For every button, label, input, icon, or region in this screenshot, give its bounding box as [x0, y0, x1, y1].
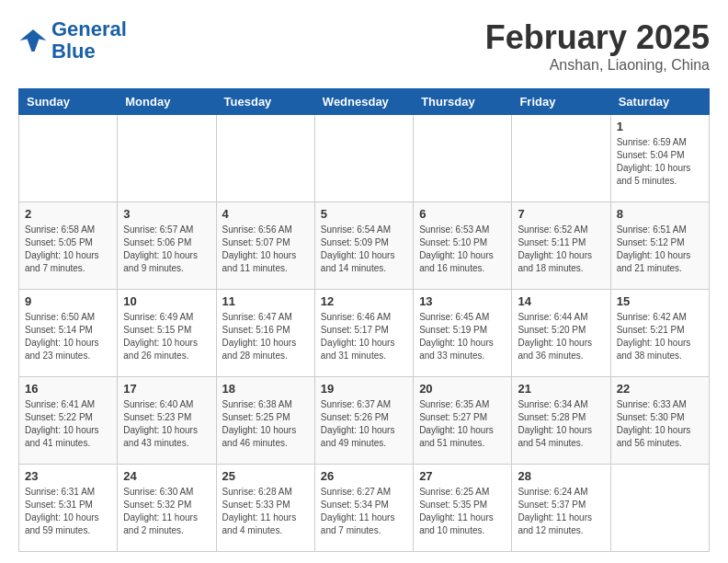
day-number: 21 — [518, 382, 604, 396]
day-info: Sunrise: 6:27 AM Sunset: 5:34 PM Dayligh… — [321, 486, 407, 537]
day-number: 4 — [222, 207, 309, 221]
logo-blue: Blue — [51, 40, 96, 63]
title-area: February 2025 Anshan, Liaoning, China — [485, 18, 710, 74]
day-info: Sunrise: 6:28 AM Sunset: 5:33 PM Dayligh… — [222, 486, 309, 537]
day-info: Sunrise: 6:30 AM Sunset: 5:32 PM Dayligh… — [123, 486, 210, 537]
calendar-day-cell: 1Sunrise: 6:59 AM Sunset: 5:04 PM Daylig… — [610, 115, 709, 202]
day-info: Sunrise: 6:31 AM Sunset: 5:31 PM Dayligh… — [25, 486, 111, 537]
day-number: 17 — [123, 382, 210, 396]
day-info: Sunrise: 6:57 AM Sunset: 5:06 PM Dayligh… — [123, 224, 210, 275]
day-info: Sunrise: 6:25 AM Sunset: 5:35 PM Dayligh… — [419, 486, 506, 537]
weekday-header: Friday — [512, 89, 610, 115]
day-info: Sunrise: 6:47 AM Sunset: 5:16 PM Dayligh… — [222, 311, 309, 362]
logo: General Blue — [18, 18, 127, 63]
day-number: 6 — [419, 207, 506, 221]
calendar-day-cell: 15Sunrise: 6:42 AM Sunset: 5:21 PM Dayli… — [610, 290, 709, 377]
calendar-day-cell: 9Sunrise: 6:50 AM Sunset: 5:14 PM Daylig… — [19, 290, 118, 377]
day-number: 20 — [419, 382, 506, 396]
day-info: Sunrise: 6:40 AM Sunset: 5:23 PM Dayligh… — [123, 398, 210, 450]
day-number: 8 — [617, 207, 703, 221]
weekday-header: Thursday — [414, 89, 512, 115]
calendar-day-cell: 2Sunrise: 6:58 AM Sunset: 5:05 PM Daylig… — [19, 202, 118, 290]
calendar-week-row: 23Sunrise: 6:31 AM Sunset: 5:31 PM Dayli… — [19, 465, 710, 552]
day-number: 22 — [617, 382, 703, 396]
calendar-title: February 2025 — [485, 18, 710, 57]
day-number: 26 — [321, 469, 407, 483]
weekday-header: Saturday — [610, 89, 709, 115]
day-info: Sunrise: 6:53 AM Sunset: 5:10 PM Dayligh… — [419, 224, 506, 275]
calendar-week-row: 9Sunrise: 6:50 AM Sunset: 5:14 PM Daylig… — [19, 290, 710, 377]
calendar-day-cell: 11Sunrise: 6:47 AM Sunset: 5:16 PM Dayli… — [216, 290, 314, 377]
day-info: Sunrise: 6:51 AM Sunset: 5:12 PM Dayligh… — [617, 224, 703, 275]
calendar-day-cell — [610, 465, 709, 552]
calendar-day-cell — [19, 115, 118, 202]
calendar-day-cell — [414, 115, 512, 202]
day-info: Sunrise: 6:34 AM Sunset: 5:28 PM Dayligh… — [518, 398, 604, 450]
day-info: Sunrise: 6:59 AM Sunset: 5:04 PM Dayligh… — [617, 136, 703, 188]
day-number: 13 — [419, 294, 506, 308]
calendar-day-cell: 24Sunrise: 6:30 AM Sunset: 5:32 PM Dayli… — [118, 465, 216, 552]
weekday-header-row: SundayMondayTuesdayWednesdayThursdayFrid… — [19, 89, 710, 115]
calendar-day-cell: 25Sunrise: 6:28 AM Sunset: 5:33 PM Dayli… — [216, 465, 314, 552]
calendar-day-cell: 7Sunrise: 6:52 AM Sunset: 5:11 PM Daylig… — [512, 202, 610, 290]
calendar-day-cell — [512, 115, 610, 202]
calendar-table: SundayMondayTuesdayWednesdayThursdayFrid… — [18, 88, 710, 552]
day-number: 23 — [25, 469, 111, 483]
calendar-day-cell — [314, 115, 413, 202]
day-number: 1 — [617, 120, 703, 133]
day-number: 7 — [518, 207, 604, 221]
day-info: Sunrise: 6:46 AM Sunset: 5:17 PM Dayligh… — [321, 311, 407, 362]
day-number: 2 — [25, 207, 111, 221]
calendar-day-cell: 22Sunrise: 6:33 AM Sunset: 5:30 PM Dayli… — [610, 377, 709, 465]
day-number: 24 — [123, 469, 210, 483]
day-info: Sunrise: 6:52 AM Sunset: 5:11 PM Dayligh… — [518, 224, 604, 275]
day-info: Sunrise: 6:37 AM Sunset: 5:26 PM Dayligh… — [321, 398, 407, 450]
day-info: Sunrise: 6:42 AM Sunset: 5:21 PM Dayligh… — [617, 311, 703, 362]
calendar-day-cell: 21Sunrise: 6:34 AM Sunset: 5:28 PM Dayli… — [512, 377, 610, 465]
day-number: 27 — [419, 469, 506, 483]
header: General Blue February 2025 Anshan, Liaon… — [18, 18, 710, 74]
calendar-week-row: 1Sunrise: 6:59 AM Sunset: 5:04 PM Daylig… — [19, 115, 710, 202]
day-number: 9 — [25, 294, 111, 308]
calendar-day-cell — [216, 115, 314, 202]
day-info: Sunrise: 6:54 AM Sunset: 5:09 PM Dayligh… — [321, 224, 407, 275]
calendar-day-cell: 18Sunrise: 6:38 AM Sunset: 5:25 PM Dayli… — [216, 377, 314, 465]
day-info: Sunrise: 6:44 AM Sunset: 5:20 PM Dayligh… — [518, 311, 604, 362]
day-info: Sunrise: 6:45 AM Sunset: 5:19 PM Dayligh… — [419, 311, 506, 362]
day-info: Sunrise: 6:38 AM Sunset: 5:25 PM Dayligh… — [222, 398, 309, 450]
svg-marker-0 — [20, 29, 47, 52]
weekday-header: Wednesday — [314, 89, 413, 115]
calendar-day-cell: 23Sunrise: 6:31 AM Sunset: 5:31 PM Dayli… — [19, 465, 118, 552]
day-number: 18 — [222, 382, 309, 396]
day-info: Sunrise: 6:50 AM Sunset: 5:14 PM Dayligh… — [25, 311, 111, 362]
day-number: 19 — [321, 382, 407, 396]
day-number: 12 — [321, 294, 407, 308]
day-number: 3 — [123, 207, 210, 221]
calendar-day-cell: 8Sunrise: 6:51 AM Sunset: 5:12 PM Daylig… — [610, 202, 709, 290]
weekday-header: Monday — [118, 89, 216, 115]
calendar-day-cell: 10Sunrise: 6:49 AM Sunset: 5:15 PM Dayli… — [118, 290, 216, 377]
calendar-day-cell: 12Sunrise: 6:46 AM Sunset: 5:17 PM Dayli… — [314, 290, 413, 377]
weekday-header: Sunday — [19, 89, 118, 115]
calendar-day-cell: 26Sunrise: 6:27 AM Sunset: 5:34 PM Dayli… — [314, 465, 413, 552]
day-number: 10 — [123, 294, 210, 308]
logo-bird-icon — [18, 26, 48, 55]
calendar-day-cell: 19Sunrise: 6:37 AM Sunset: 5:26 PM Dayli… — [314, 377, 413, 465]
calendar-day-cell: 13Sunrise: 6:45 AM Sunset: 5:19 PM Dayli… — [414, 290, 512, 377]
calendar-week-row: 16Sunrise: 6:41 AM Sunset: 5:22 PM Dayli… — [19, 377, 710, 465]
day-number: 25 — [222, 469, 309, 483]
calendar-day-cell: 16Sunrise: 6:41 AM Sunset: 5:22 PM Dayli… — [19, 377, 118, 465]
day-number: 5 — [321, 207, 407, 221]
day-number: 14 — [518, 294, 604, 308]
day-info: Sunrise: 6:58 AM Sunset: 5:05 PM Dayligh… — [25, 224, 111, 275]
calendar-week-row: 2Sunrise: 6:58 AM Sunset: 5:05 PM Daylig… — [19, 202, 710, 290]
calendar-day-cell: 28Sunrise: 6:24 AM Sunset: 5:37 PM Dayli… — [512, 465, 610, 552]
day-info: Sunrise: 6:24 AM Sunset: 5:37 PM Dayligh… — [518, 486, 604, 537]
weekday-header: Tuesday — [216, 89, 314, 115]
calendar-subtitle: Anshan, Liaoning, China — [485, 57, 710, 74]
calendar-day-cell: 17Sunrise: 6:40 AM Sunset: 5:23 PM Dayli… — [118, 377, 216, 465]
calendar-day-cell: 3Sunrise: 6:57 AM Sunset: 5:06 PM Daylig… — [118, 202, 216, 290]
calendar-day-cell: 4Sunrise: 6:56 AM Sunset: 5:07 PM Daylig… — [216, 202, 314, 290]
day-info: Sunrise: 6:49 AM Sunset: 5:15 PM Dayligh… — [123, 311, 210, 362]
day-number: 28 — [518, 469, 604, 483]
